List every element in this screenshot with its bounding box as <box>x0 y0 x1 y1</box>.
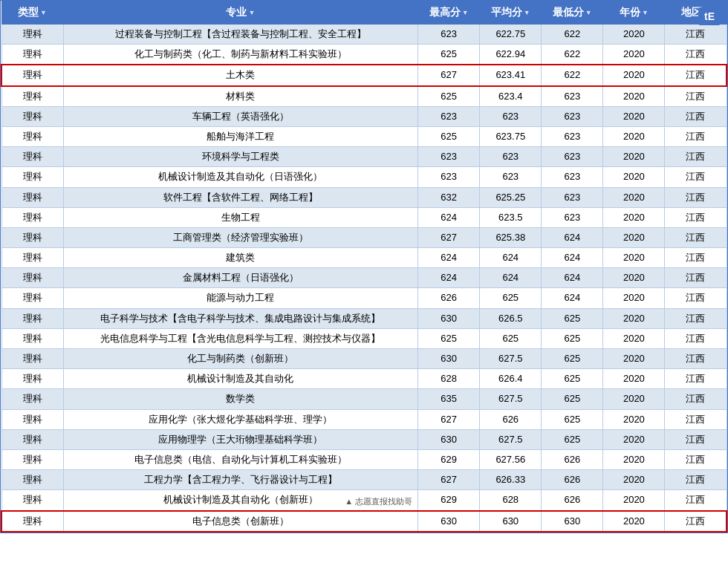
overlay-text: ▲ 志愿直报找助哥 <box>342 495 415 508</box>
header-max[interactable]: 最高分▼ <box>418 1 480 25</box>
table-row: 理科生物工程624623.56232020江西 <box>1 207 727 227</box>
cell-max: 625 <box>418 45 480 65</box>
cell-max: 627 <box>418 470 480 490</box>
cell-type: 理科 <box>1 25 63 45</box>
cell-avg: 627.56 <box>480 449 542 469</box>
cell-min: 622 <box>542 65 603 85</box>
cell-max: 624 <box>418 268 480 288</box>
cell-type: 理科 <box>1 268 63 288</box>
cell-avg: 625.25 <box>480 187 542 207</box>
cell-type: 理科 <box>1 409 63 429</box>
cell-major: 电子科学与技术【含电子科学与技术、集成电路设计与集成系统】 <box>63 308 418 328</box>
filter-icon[interactable]: ▼ <box>462 9 469 16</box>
cell-min: 622 <box>542 45 603 65</box>
cell-type: 理科 <box>1 45 63 65</box>
cell-max: 623 <box>418 106 480 126</box>
cell-type: 理科 <box>1 328 63 348</box>
cell-min: 626 <box>542 470 603 490</box>
table-row: 理科机械设计制造及其自动化（创新班）▲ 志愿直报找助哥6296286262020… <box>1 490 727 511</box>
cell-major: 机械设计制造及其自动化 <box>63 369 418 389</box>
cell-avg: 625 <box>480 328 542 348</box>
cell-major: 工商管理类（经济管理实验班） <box>63 227 418 247</box>
cell-region: 江西 <box>665 328 727 348</box>
cell-max: 630 <box>418 429 480 449</box>
cell-min: 623 <box>542 207 603 227</box>
table-row: 理科工商管理类（经济管理实验班）627625.386242020江西 <box>1 227 727 247</box>
cell-avg: 628 <box>480 490 542 511</box>
cell-year: 2020 <box>603 167 665 187</box>
cell-max: 628 <box>418 369 480 389</box>
cell-major: 船舶与海洋工程 <box>63 126 418 146</box>
cell-year: 2020 <box>603 106 665 126</box>
header-min[interactable]: 最低分▼ <box>542 1 603 25</box>
cell-max: 627 <box>418 227 480 247</box>
cell-avg: 623.4 <box>480 86 542 107</box>
cell-type: 理科 <box>1 349 63 369</box>
cell-type: 理科 <box>1 86 63 107</box>
table-row: 理科工程力学【含工程力学、飞行器设计与工程】627626.336262020江西 <box>1 470 727 490</box>
cell-region: 江西 <box>665 248 727 268</box>
cell-major: 化工与制药类（创新班） <box>63 349 418 369</box>
filter-icon[interactable]: ▼ <box>642 9 649 16</box>
cell-region: 江西 <box>665 65 727 85</box>
cell-max: 623 <box>418 147 480 167</box>
filter-icon[interactable]: ▼ <box>40 9 47 16</box>
cell-region: 江西 <box>665 369 727 389</box>
cell-type: 理科 <box>1 449 63 469</box>
cell-max: 627 <box>418 409 480 429</box>
cell-year: 2020 <box>603 227 665 247</box>
table-row: 理科化工与制药类（化工、制药与新材料工科实验班）625622.946222020… <box>1 45 727 65</box>
cell-type: 理科 <box>1 288 63 308</box>
cell-region: 江西 <box>665 25 727 45</box>
cell-year: 2020 <box>603 65 665 85</box>
table-row: 理科建筑类6246246242020江西 <box>1 248 727 268</box>
cell-min: 626 <box>542 490 603 511</box>
cell-year: 2020 <box>603 470 665 490</box>
cell-type: 理科 <box>1 429 63 449</box>
cell-year: 2020 <box>603 268 665 288</box>
cell-type: 理科 <box>1 470 63 490</box>
cell-year: 2020 <box>603 429 665 449</box>
cell-avg: 623 <box>480 147 542 167</box>
table-row: 理科化工与制药类（创新班）630627.56252020江西 <box>1 349 727 369</box>
header-type[interactable]: 类型▼ <box>1 1 63 25</box>
cell-min: 624 <box>542 227 603 247</box>
cell-min: 623 <box>542 167 603 187</box>
header-avg[interactable]: 平均分▼ <box>480 1 542 25</box>
cell-avg: 626.4 <box>480 369 542 389</box>
cell-avg: 624 <box>480 248 542 268</box>
cell-max: 626 <box>418 288 480 308</box>
cell-year: 2020 <box>603 308 665 328</box>
header-year[interactable]: 年份▼ <box>603 1 665 25</box>
filter-icon[interactable]: ▼ <box>248 9 255 16</box>
cell-year: 2020 <box>603 288 665 308</box>
cell-type: 理科 <box>1 65 63 85</box>
cell-type: 理科 <box>1 227 63 247</box>
table-row: 理科应用化学（张大煜化学基础科学班、理学）6276266252020江西 <box>1 409 727 429</box>
cell-min: 625 <box>542 369 603 389</box>
cell-avg: 627.5 <box>480 349 542 369</box>
header-major[interactable]: 专业▼ <box>63 1 418 25</box>
cell-avg: 630 <box>480 511 542 532</box>
cell-region: 江西 <box>665 147 727 167</box>
cell-region: 江西 <box>665 490 727 511</box>
cell-min: 625 <box>542 308 603 328</box>
cell-max: 629 <box>418 449 480 469</box>
filter-icon[interactable]: ▼ <box>585 9 592 16</box>
cell-year: 2020 <box>603 45 665 65</box>
cell-major: 数学类 <box>63 389 418 409</box>
cell-min: 622 <box>542 25 603 45</box>
cell-region: 江西 <box>665 308 727 328</box>
table-row: 理科船舶与海洋工程625623.756232020江西 <box>1 126 727 146</box>
cell-major: 光电信息科学与工程【含光电信息科学与工程、测控技术与仪器】 <box>63 328 418 348</box>
cell-avg: 626.5 <box>480 308 542 328</box>
cell-type: 理科 <box>1 511 63 532</box>
cell-type: 理科 <box>1 147 63 167</box>
cell-year: 2020 <box>603 409 665 429</box>
filter-icon[interactable]: ▼ <box>524 9 530 16</box>
cell-year: 2020 <box>603 25 665 45</box>
cell-max: 624 <box>418 248 480 268</box>
cell-min: 623 <box>542 187 603 207</box>
cell-region: 江西 <box>665 45 727 65</box>
cell-year: 2020 <box>603 389 665 409</box>
